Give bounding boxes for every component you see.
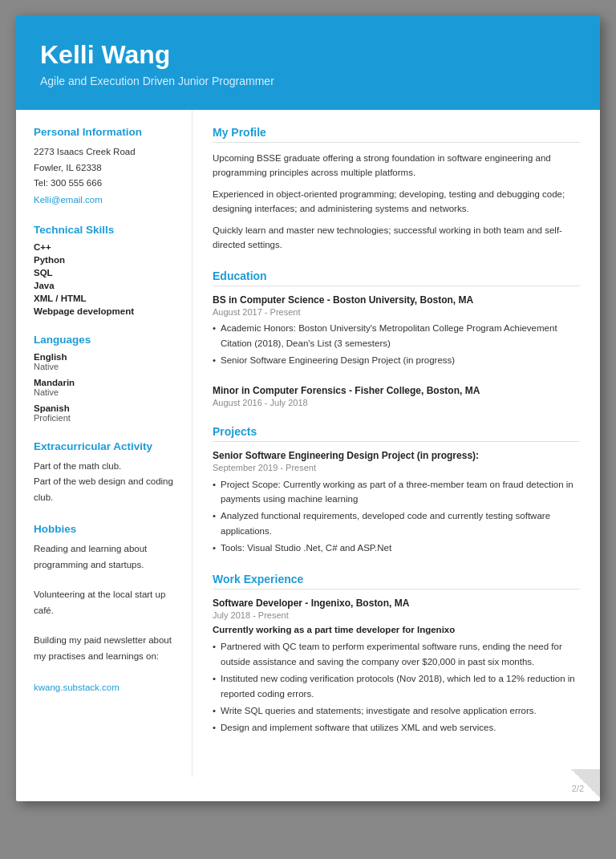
extracurricular-title: Extracurricular Activity <box>34 440 177 452</box>
personal-info-section: Personal Information 2273 Isaacs Creek R… <box>34 126 177 206</box>
edu-degree-2: Minor in Computer Forensics - Fisher Col… <box>213 385 580 396</box>
language-mandarin-name: Mandarin <box>34 378 177 387</box>
project-entry-1: Senior Software Engineering Design Proje… <box>213 450 580 556</box>
edu-bullet-1-2: Senior Software Engineering Design Proje… <box>213 353 580 367</box>
skill-cpp: C++ <box>34 242 177 252</box>
personal-info-title: Personal Information <box>34 126 177 138</box>
profile-section: My Profile Upcoming BSSE graduate offeri… <box>213 126 580 252</box>
work-bullet-1-3: Write SQL queries and statements; invest… <box>213 703 580 718</box>
education-title: Education <box>213 269 580 286</box>
candidate-subtitle: Agile and Execution Driven Junior Progra… <box>40 75 576 87</box>
personal-info-tel: Tel: 300 555 666 <box>34 176 177 192</box>
project-title-1: Senior Software Engineering Design Proje… <box>213 450 580 461</box>
personal-info-address1: 2273 Isaacs Creek Road <box>34 144 177 160</box>
work-experience-section: Work Experience Software Developer - Ing… <box>213 573 580 735</box>
language-spanish-name: Spanish <box>34 403 177 413</box>
profile-para-1: Upcoming BSSE graduate offering a strong… <box>213 151 580 180</box>
edu-degree-1: BS in Computer Science - Boston Universi… <box>213 294 580 306</box>
skill-webpage-dev: Webpage development <box>34 306 177 316</box>
work-bullet-1-1: Partnered with QC team to perform experi… <box>213 639 580 669</box>
language-spanish-level: Proficient <box>34 413 177 423</box>
education-entry-1: BS in Computer Science - Boston Universi… <box>213 294 580 367</box>
education-section: Education BS in Computer Science - Bosto… <box>213 269 580 407</box>
skill-java: Java <box>34 281 177 290</box>
hobbies-item-3: Building my paid newsletter about my pra… <box>34 633 177 664</box>
project-bullet-1-2: Analyzed functional requirements, develo… <box>213 509 580 538</box>
resume-header: Kelli Wang Agile and Execution Driven Ju… <box>16 16 600 110</box>
profile-para-2: Experienced in object-oriented programmi… <box>213 187 580 217</box>
project-bullet-1-3: Tools: Visual Studio .Net, C# and ASP.Ne… <box>213 541 580 555</box>
hobbies-link[interactable]: kwang.substack.com <box>34 683 120 692</box>
language-mandarin: Mandarin Native <box>34 378 177 397</box>
language-mandarin-level: Native <box>34 387 177 397</box>
languages-title: Languages <box>34 334 177 346</box>
language-english-level: Native <box>34 362 177 371</box>
work-bullet-1-4: Design and implement software that utili… <box>213 720 580 735</box>
languages-section: Languages English Native Mandarin Native… <box>34 334 177 423</box>
profile-title: My Profile <box>213 126 580 143</box>
hobbies-item-1: Reading and learning about programming a… <box>34 541 177 573</box>
profile-para-3: Quickly learn and master new technologie… <box>213 223 580 253</box>
projects-section: Projects Senior Software Engineering Des… <box>213 425 580 556</box>
language-spanish: Spanish Proficient <box>34 403 177 423</box>
work-experience-title: Work Experience <box>213 573 580 590</box>
education-entry-2: Minor in Computer Forensics - Fisher Col… <box>213 385 580 407</box>
work-bold-desc-1: Currently working as a part time develop… <box>213 625 580 634</box>
work-bullet-1-2: Instituted new coding verification proto… <box>213 671 580 701</box>
hobbies-item-2: Volunteering at the local start up café. <box>34 587 177 618</box>
skill-xml-html: XML / HTML <box>34 294 177 303</box>
resume-page: Kelli Wang Agile and Execution Driven Ju… <box>16 16 600 801</box>
personal-info-address2: Fowler, IL 62338 <box>34 160 177 176</box>
technical-skills-title: Technical Skills <box>34 224 177 236</box>
resume-body: Personal Information 2273 Isaacs Creek R… <box>16 110 600 777</box>
resume-main: My Profile Upcoming BSSE graduate offeri… <box>192 110 600 777</box>
skill-sql: SQL <box>34 268 177 278</box>
page-number: 2/2 <box>16 777 600 801</box>
project-bullet-1-1: Project Scope: Currently working as part… <box>213 477 580 507</box>
work-date-1: July 2018 - Present <box>213 610 580 620</box>
project-date-1: September 2019 - Present <box>213 463 580 472</box>
language-english: English Native <box>34 352 177 371</box>
work-title-1: Software Developer - Ingenixo, Boston, M… <box>213 598 580 609</box>
resume-sidebar: Personal Information 2273 Isaacs Creek R… <box>16 110 192 777</box>
technical-skills-section: Technical Skills C++ Python SQL Java XML… <box>34 224 177 316</box>
edu-bullet-1-1: Academic Honors: Boston University's Met… <box>213 321 580 350</box>
extracurricular-item-1: Part of the math club. <box>34 459 177 475</box>
hobbies-section: Hobbies Reading and learning about progr… <box>34 523 177 693</box>
edu-date-1: August 2017 - Present <box>213 307 580 317</box>
edu-date-2: August 2016 - July 2018 <box>213 398 580 407</box>
extracurricular-item-2: Part of the web design and coding club. <box>34 474 177 505</box>
projects-title: Projects <box>213 425 580 442</box>
work-entry-1: Software Developer - Ingenixo, Boston, M… <box>213 598 580 735</box>
extracurricular-section: Extracurricular Activity Part of the mat… <box>34 440 177 506</box>
language-english-name: English <box>34 352 177 362</box>
personal-info-email[interactable]: Kelli@email.com <box>34 195 103 205</box>
hobbies-title: Hobbies <box>34 523 177 535</box>
skill-python: Python <box>34 255 177 265</box>
candidate-name: Kelli Wang <box>40 40 576 70</box>
